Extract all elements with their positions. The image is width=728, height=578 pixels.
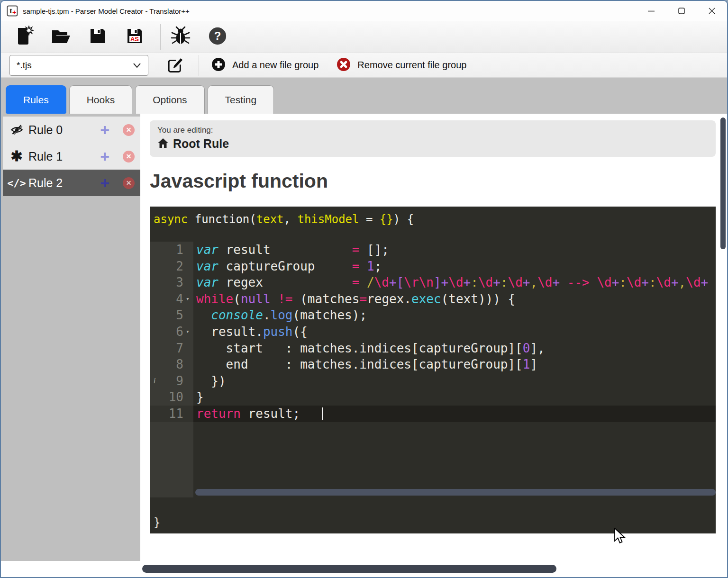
close-button[interactable] xyxy=(697,1,727,21)
fold-arrow-icon xyxy=(186,340,193,357)
app-window: t + sample-tjs.tpm - Parser Model Creato… xyxy=(0,0,728,578)
rule-item-rule-1[interactable]: ✱Rule 1+✕ xyxy=(3,143,140,170)
code-text[interactable]: }) xyxy=(193,373,716,389)
code-text[interactable]: result.push({ xyxy=(193,324,716,340)
line-number: 9 xyxy=(159,373,186,389)
line-number: 8 xyxy=(159,356,186,373)
save-button[interactable] xyxy=(86,26,109,48)
code-line-10[interactable]: 10} xyxy=(150,389,716,406)
code-text[interactable]: while(null != (matches=regex.exec(text))… xyxy=(193,291,716,307)
code-line-9[interactable]: i9 }) xyxy=(150,373,716,389)
gutter: 6▾ xyxy=(150,324,193,340)
app-logo-icon: t + xyxy=(7,5,18,17)
help-button[interactable]: ? xyxy=(206,26,229,48)
eye-slash-icon xyxy=(8,124,26,135)
edit-file-group-button[interactable] xyxy=(164,54,186,76)
rule-item-rule-2[interactable]: </>Rule 2+✕ xyxy=(3,170,140,196)
add-child-rule-button[interactable]: + xyxy=(97,148,112,164)
svg-text:?: ? xyxy=(214,29,221,42)
fold-arrow-icon xyxy=(186,406,193,422)
function-signature: async function(text, thisModel = {}) { xyxy=(150,207,716,227)
home-icon xyxy=(157,138,169,150)
gutter: 7 xyxy=(150,340,193,357)
code-text[interactable]: return result; xyxy=(193,406,716,422)
code-text[interactable]: start : matches.indices[captureGroup][0]… xyxy=(193,340,716,357)
gutter-info-icon xyxy=(150,324,159,340)
bug-icon xyxy=(170,26,191,48)
svg-text:+: + xyxy=(12,9,16,16)
gutter: 3 xyxy=(150,274,193,291)
add-child-rule-button[interactable]: + xyxy=(97,175,112,191)
line-number: 5 xyxy=(159,307,186,324)
minimize-button[interactable] xyxy=(636,1,666,21)
new-file-icon xyxy=(13,26,34,48)
gutter-info-icon xyxy=(150,406,159,422)
new-file-button[interactable] xyxy=(12,26,35,48)
code-line-3[interactable]: 3var regex = /\d+[\r\n]+\d+:\d+:\d+,\d+ … xyxy=(150,274,716,291)
save-icon xyxy=(87,26,108,48)
fold-arrow-icon xyxy=(186,373,193,389)
hscroll-thumb[interactable] xyxy=(142,565,556,573)
vscroll-thumb[interactable] xyxy=(720,117,726,249)
gutter-info-icon xyxy=(150,274,159,291)
save-as-icon: AS xyxy=(124,26,145,48)
open-file-button[interactable] xyxy=(49,26,72,48)
content-area: Rule 0+✕✱Rule 1+✕</>Rule 2+✕ You are edi… xyxy=(1,114,727,562)
fold-arrow-icon[interactable]: ▾ xyxy=(186,291,193,307)
fold-arrow-icon[interactable]: ▾ xyxy=(186,324,193,340)
code-text[interactable]: var regex = /\d+[\r\n]+\d+:\d+:\d+,\d+ -… xyxy=(193,274,716,291)
code-line-8[interactable]: 8 end : matches.indices[captureGroup][1] xyxy=(150,356,716,373)
line-number: 4 xyxy=(159,291,186,307)
page-horizontal-scrollbar[interactable] xyxy=(1,561,727,577)
code-editor-body[interactable]: 1var result = [];2var captureGroup = 1;3… xyxy=(150,242,716,497)
page-vertical-scrollbar[interactable] xyxy=(719,114,727,562)
code-text[interactable]: var captureGroup = 1; xyxy=(193,258,716,275)
js-function-editor[interactable]: async function(text, thisModel = {}) { 1… xyxy=(150,207,716,533)
rule-editor-panel: You are editing: Root Rule Javascript fu… xyxy=(140,114,719,562)
remove-file-group-button[interactable]: Remove current file group xyxy=(337,57,466,73)
gutter: 4▾ xyxy=(150,291,193,307)
code-line-6[interactable]: 6▾ result.push({ xyxy=(150,324,716,340)
chevron-down-icon xyxy=(133,60,141,71)
gutter: 1 xyxy=(150,242,193,258)
rules-sidebar: Rule 0+✕✱Rule 1+✕</>Rule 2+✕ xyxy=(1,114,140,562)
debug-button[interactable] xyxy=(169,26,192,48)
code-text[interactable]: end : matches.indices[captureGroup][1] xyxy=(193,356,716,373)
add-child-rule-button[interactable]: + xyxy=(97,122,112,138)
rule-item-rule-0[interactable]: Rule 0+✕ xyxy=(3,117,140,143)
add-file-group-button[interactable]: Add a new file group xyxy=(211,57,318,73)
maximize-button[interactable] xyxy=(666,1,697,21)
line-number: 1 xyxy=(159,242,186,258)
fold-arrow-icon xyxy=(186,356,193,373)
code-line-4[interactable]: 4▾while(null != (matches=regex.exec(text… xyxy=(150,291,716,307)
code-line-1[interactable]: 1var result = []; xyxy=(150,242,716,258)
code-text[interactable]: var result = []; xyxy=(193,242,716,258)
line-number: 7 xyxy=(159,340,186,357)
editor-horizontal-scrollbar[interactable] xyxy=(195,489,716,496)
text-cursor xyxy=(322,407,323,420)
line-number: 6 xyxy=(159,324,186,340)
gutter: 8 xyxy=(150,356,193,373)
delete-rule-button[interactable]: ✕ xyxy=(123,151,135,163)
tab-testing[interactable]: Testing xyxy=(208,85,274,114)
code-line-2[interactable]: 2var captureGroup = 1; xyxy=(150,258,716,275)
code-text[interactable]: console.log(matches); xyxy=(193,307,716,324)
save-as-button[interactable]: AS xyxy=(123,26,146,48)
code-line-5[interactable]: 5 console.log(matches); xyxy=(150,307,716,324)
gutter-info-icon xyxy=(150,242,159,258)
code-text[interactable]: } xyxy=(193,389,716,406)
delete-rule-button[interactable]: ✕ xyxy=(123,177,135,189)
delete-rule-button[interactable]: ✕ xyxy=(123,124,135,136)
remove-circle-icon xyxy=(337,57,351,73)
fold-arrow-icon xyxy=(186,242,193,258)
code-line-11[interactable]: 11return result; xyxy=(150,406,716,422)
editor-hscroll-thumb[interactable] xyxy=(195,489,716,496)
file-group-select[interactable]: *.tjs xyxy=(9,55,148,76)
tab-options[interactable]: Options xyxy=(135,85,204,114)
fold-arrow-icon xyxy=(186,389,193,406)
open-folder-icon xyxy=(50,26,72,48)
tab-hooks[interactable]: Hooks xyxy=(69,85,133,114)
tab-rules[interactable]: Rules xyxy=(6,85,66,114)
asterisk-icon: ✱ xyxy=(8,149,26,163)
code-line-7[interactable]: 7 start : matches.indices[captureGroup][… xyxy=(150,340,716,357)
